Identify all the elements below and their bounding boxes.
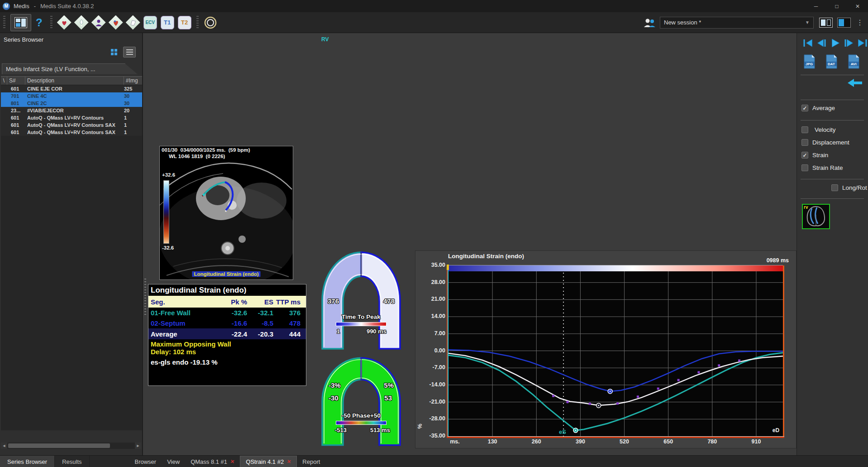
phase-right-value: 53 (384, 394, 392, 402)
checkbox-icon[interactable]: ✓ (801, 152, 808, 159)
horizontal-scrollbar[interactable]: ◄ ► (1, 443, 141, 449)
y-tick-label: -28.00 (429, 415, 445, 422)
skip-first-icon[interactable] (802, 39, 814, 48)
header-image-count[interactable]: #Img (124, 77, 142, 85)
x-tick-label: 260 (532, 438, 541, 445)
step-back-icon[interactable] (816, 39, 827, 48)
checkbox-icon[interactable]: ✓ (801, 164, 808, 171)
orientation-thumbnail[interactable]: rv (802, 204, 830, 229)
series-row-selected[interactable]: 701CINE 4C30 (1, 92, 142, 100)
session-select[interactable]: New session * ▼ (660, 17, 814, 29)
t1-app-button[interactable]: T1 (160, 15, 175, 30)
scroll-left-arrow-icon[interactable]: ◄ (1, 443, 7, 449)
checkbox-label: Velocity (815, 126, 836, 133)
header-description[interactable]: Description (25, 77, 124, 85)
session-user-icon[interactable] (643, 17, 656, 28)
tab-browser[interactable]: Browser (129, 456, 162, 467)
thumbnail-view-button[interactable] (108, 47, 120, 58)
qmass-app-button[interactable] (57, 15, 72, 30)
close-tab-icon[interactable]: ✕ (230, 458, 235, 465)
series-row[interactable]: 23...#VIAB/EJECOR20 (1, 107, 142, 114)
qstrain-app-button[interactable] (203, 15, 218, 30)
flag-app-button[interactable] (125, 15, 141, 30)
checkbox-average[interactable]: ✓ Average (801, 105, 835, 111)
colorbar-max-label: +32.6 (162, 172, 175, 178)
cine-controls (802, 39, 868, 48)
phase-scale-bar (336, 421, 386, 425)
series-table-header[interactable]: \ S# Description #Img (1, 76, 142, 85)
patient-app-button[interactable] (91, 15, 106, 30)
mri-viewport[interactable]: 001/30 034/0000/1025 ms. (59 bpm) WL 104… (159, 146, 293, 280)
help-button[interactable]: ? (36, 16, 43, 29)
t1-label: T1 (161, 16, 174, 29)
tab-results[interactable]: Results (55, 456, 89, 467)
export-jpg-icon[interactable]: JPG (803, 54, 816, 69)
strain-table-header: Seg. Pk % ES TTP ms (148, 296, 306, 308)
tab-series-browser[interactable]: Series Browser (0, 456, 55, 467)
series-row[interactable]: 601AutoQ - QMass LV+RV Contours SAX1 (1, 121, 142, 129)
skip-last-icon[interactable] (857, 39, 868, 48)
strain-row-free-wall[interactable]: 01-Free Wall -32.6 -32.1 376 (148, 308, 306, 318)
ring-icon (203, 15, 218, 30)
y-tick-label: 0.00 (434, 347, 445, 354)
close-button[interactable]: ✕ (847, 0, 868, 12)
divider (801, 75, 864, 75)
y-tick-label: -14.00 (429, 381, 445, 388)
y-axis-labels: 35.0028.0021.0014.007.000.00-7.00-14.00-… (415, 265, 447, 436)
export-avi-icon[interactable]: AVI (848, 54, 860, 69)
checkbox-velocity[interactable]: ✓ Velocity (801, 126, 836, 133)
checkbox-strain[interactable]: ✓ Strain (801, 152, 828, 159)
list-view-button[interactable] (123, 47, 136, 58)
ecv-app-button[interactable]: ECV (143, 15, 158, 30)
series-row[interactable]: 601CINE EJE COR325 (1, 85, 142, 92)
header-series-number[interactable]: S# (7, 77, 25, 85)
checkbox-icon[interactable]: ✓ (801, 105, 808, 111)
heart-anatomy-app-button[interactable] (108, 15, 124, 30)
close-tab-icon[interactable]: ✕ (286, 458, 291, 465)
window-level-overlay: WL 1046 1819 (0 2226) (169, 154, 225, 159)
checkbox-icon[interactable]: ✓ (831, 184, 838, 191)
checkbox-icon[interactable]: ✓ (801, 126, 808, 133)
play-icon[interactable] (830, 39, 841, 48)
divider (801, 100, 864, 100)
qflow-app-button[interactable] (74, 15, 89, 30)
overflow-menu-icon[interactable]: ⋮ (856, 18, 863, 27)
chart-plot-area[interactable]: eS eD (448, 265, 783, 436)
maximize-button[interactable]: □ (826, 0, 847, 12)
delay-note: Delay: 102 ms (148, 348, 306, 356)
step-forward-icon[interactable] (843, 39, 854, 48)
back-arrow-icon[interactable] (848, 77, 862, 88)
tab-qmass[interactable]: QMass 8.1 #1✕ (185, 456, 240, 467)
tab-report[interactable]: Report (297, 456, 325, 467)
series-row[interactable]: 601AutoQ - QMass LV+RV Contours SAX1 (1, 129, 142, 136)
checkbox-displacement[interactable]: ✓ Displacement (801, 139, 849, 146)
export-dat-icon[interactable]: DAT (825, 54, 838, 69)
ed-marker-label: eD (773, 427, 779, 433)
phase-right-percent: 5% (384, 381, 394, 389)
chart-title: Longitudinal Strain (endo) (448, 253, 524, 260)
panel-splitter[interactable] (144, 279, 146, 315)
phase-scale-max: 513 ms (370, 427, 390, 433)
strain-row-septum[interactable]: 02-Septum -16.6 -8.5 478 (148, 318, 306, 328)
anatomical-heart-icon (111, 18, 120, 27)
screen-layout-icon[interactable] (837, 18, 851, 28)
minimize-button[interactable]: ─ (806, 0, 826, 12)
t2-app-button[interactable]: T2 (177, 15, 192, 30)
compare-layout-icon[interactable] (819, 18, 833, 28)
person-icon (94, 18, 103, 27)
phase-diagram: -3% 5% -30 53 -50 Phase+50 -513 513 ms (317, 354, 405, 448)
tab-qstrain[interactable]: QStrain 4.1 #2✕ (240, 456, 297, 467)
scroll-right-arrow-icon[interactable]: ► (135, 443, 141, 449)
checkbox-strain-rate[interactable]: ✓ Strain Rate (801, 164, 843, 171)
study-tab[interactable]: Medis Infarct Size (LV Function, ... (2, 63, 138, 74)
scrollbar-thumb[interactable] (8, 443, 110, 448)
checkbox-icon[interactable]: ✓ (801, 139, 808, 146)
tab-view[interactable]: View (162, 456, 185, 467)
strain-row-average[interactable]: Average -22.4 -20.3 444 (148, 328, 306, 339)
series-row-selected[interactable]: 801CINE 2C30 (1, 100, 142, 107)
ttp-scale-min: 1 (337, 328, 340, 335)
checkbox-long-rot[interactable]: ✓ Long/Rot (831, 184, 867, 191)
flag-icon (129, 18, 138, 27)
layout-tool-button[interactable] (10, 14, 31, 31)
series-row[interactable]: 601AutoQ - QMass LV+RV Contours1 (1, 114, 142, 121)
